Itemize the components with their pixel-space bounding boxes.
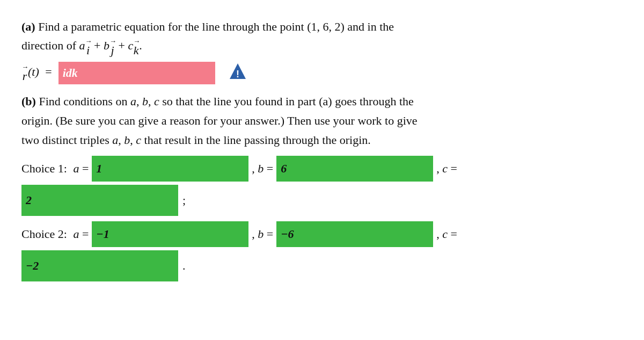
part-b-text3: two distinct triples a, b, c that result… <box>21 133 371 147</box>
choice1-block: Choice 1: a = , b = , c = ; <box>21 156 623 216</box>
r-label: → r (t) = <box>21 63 55 82</box>
part-a-text: Find a parametric equation for the line … <box>38 20 394 33</box>
r-equation-input[interactable] <box>58 62 215 84</box>
part-b-label: (b) <box>21 95 36 108</box>
choice2-a-input[interactable] <box>92 221 248 247</box>
choice1-c-row: ; <box>21 185 623 216</box>
choice1-c-input[interactable] <box>21 185 178 216</box>
choice2-b-input[interactable] <box>276 221 433 247</box>
r-equation-row: → r (t) = ! <box>21 62 623 84</box>
choice1-b-input[interactable] <box>276 156 433 182</box>
choice1-row: Choice 1: a = , b = , c = <box>21 156 623 182</box>
part-b-block: (b) Find conditions on a, b, c so that t… <box>21 92 623 150</box>
choice2-row: Choice 2: a = , b = , c = <box>21 221 623 247</box>
choice2-period: . <box>182 259 186 273</box>
part-b-text: Find conditions on a, b, c so that the l… <box>39 95 413 108</box>
choice1-semicolon: ; <box>182 193 186 207</box>
choice2-c-input[interactable] <box>21 250 178 281</box>
part-a-block: (a) Find a parametric equation for the l… <box>21 17 623 56</box>
part-b-text2: origin. (Be sure you can give a reason f… <box>21 114 418 127</box>
warning-icon: ! <box>228 62 247 84</box>
choice1-a-input[interactable] <box>92 156 248 182</box>
part-a-direction: direction of a→i + b→j + c→k. <box>21 39 142 52</box>
svg-text:!: ! <box>236 69 239 79</box>
part-a-label: (a) <box>21 20 35 33</box>
choice2-block: Choice 2: a = , b = , c = . <box>21 221 623 281</box>
choice2-c-row: . <box>21 250 623 281</box>
choice2-label: Choice 2: <box>21 227 67 241</box>
choice1-label: Choice 1: <box>21 162 67 176</box>
